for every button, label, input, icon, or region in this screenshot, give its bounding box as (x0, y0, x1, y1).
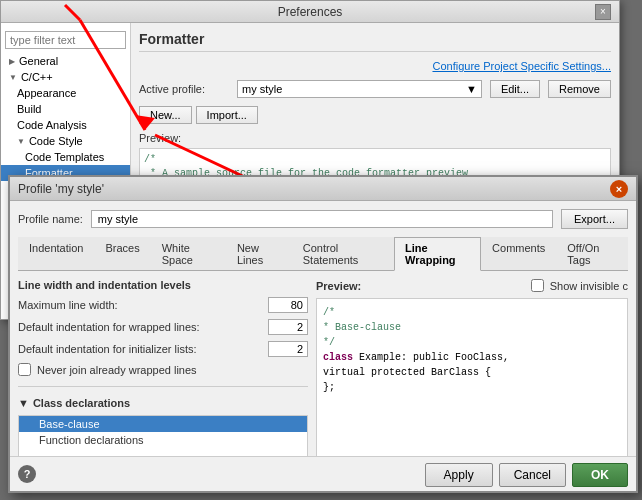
profile-name-label: Profile name: (18, 213, 83, 225)
max-line-width-input[interactable] (268, 297, 308, 313)
dialog-right-panel: Preview: Show invisible c /* * Base-clau… (316, 279, 628, 483)
tab-braces[interactable]: Braces (94, 237, 150, 270)
tab-off-on-tags[interactable]: Off/On Tags (556, 237, 628, 270)
sidebar-item-code-analysis[interactable]: Code Analysis (1, 117, 130, 133)
section-title: Formatter (139, 31, 611, 52)
new-profile-button[interactable]: New... (139, 106, 192, 124)
sidebar-item-code-style[interactable]: ▼ Code Style (1, 133, 130, 149)
preferences-title: Preferences (25, 5, 595, 19)
expand-arrow-icon: ▼ (9, 73, 17, 82)
tab-comments[interactable]: Comments (481, 237, 556, 270)
preferences-titlebar: Preferences × (1, 1, 619, 23)
sidebar-item-appearance[interactable]: Appearance (1, 85, 130, 101)
dialog-footer: ? Apply Cancel OK (10, 456, 636, 491)
default-indent-wrapped-row: Default indentation for wrapped lines: (18, 319, 308, 335)
configure-project-link[interactable]: Configure Project Specific Settings... (139, 60, 611, 72)
preview-line2: * Base-clause (323, 320, 621, 335)
collapse-arrow-icon: ▼ (18, 397, 29, 409)
dialog-titlebar: Profile 'my style' × (10, 177, 636, 201)
dialog-content: Line width and indentation levels Maximu… (18, 279, 628, 483)
default-indent-initializer-input[interactable] (268, 341, 308, 357)
dialog-title: Profile 'my style' (18, 182, 104, 196)
preview-area-label: Preview: (316, 280, 361, 292)
default-indent-initializer-row: Default indentation for initializer list… (18, 341, 308, 357)
expand-arrow-icon: ▶ (9, 57, 15, 66)
edit-profile-button[interactable]: Edit... (490, 80, 540, 98)
import-profile-button[interactable]: Import... (196, 106, 258, 124)
preview-label: Preview: (139, 132, 611, 144)
sidebar-item-cpp[interactable]: ▼ C/C++ (1, 69, 130, 85)
profile-buttons-row: New... Import... (139, 106, 611, 124)
sidebar-item-general[interactable]: ▶ General (1, 53, 130, 69)
max-line-width-label: Maximum line width: (18, 299, 264, 311)
preview-line4: class Example: public FooClass, (323, 350, 621, 365)
sidebar-item-build[interactable]: Build (1, 101, 130, 117)
apply-button[interactable]: Apply (425, 463, 493, 487)
expand-arrow-icon: ▼ (17, 137, 25, 146)
tab-control-statements[interactable]: Control Statements (292, 237, 394, 270)
default-indent-wrapped-input[interactable] (268, 319, 308, 335)
remove-profile-button[interactable]: Remove (548, 80, 611, 98)
max-line-width-row: Maximum line width: (18, 297, 308, 313)
profile-name-input[interactable] (91, 210, 553, 228)
show-invisible-checkbox[interactable] (531, 279, 544, 292)
cancel-button[interactable]: Cancel (499, 463, 566, 487)
preview-line5: virtual protected BarClass { (323, 365, 621, 380)
list-item-function-declarations[interactable]: Function declarations (19, 432, 307, 448)
profile-name-row: Profile name: Export... (18, 209, 628, 229)
profile-dialog: Profile 'my style' × Profile name: Expor… (8, 175, 638, 493)
preview-line1: /* (323, 305, 621, 320)
preferences-close-button[interactable]: × (595, 4, 611, 20)
ok-button[interactable]: OK (572, 463, 628, 487)
dropdown-arrow-icon: ▼ (466, 83, 477, 95)
never-join-checkbox[interactable] (18, 363, 31, 376)
active-profile-row: Active profile: my style ▼ Edit... Remov… (139, 80, 611, 98)
never-join-row: Never join already wrapped lines (18, 363, 308, 376)
preview-line3: */ (323, 335, 621, 350)
show-invisible-label: Show invisible c (550, 280, 628, 292)
sidebar-item-code-templates[interactable]: Code Templates (1, 149, 130, 165)
never-join-label: Never join already wrapped lines (37, 364, 197, 376)
default-indent-wrapped-label: Default indentation for wrapped lines: (18, 321, 264, 333)
preview-code-large: /* * Base-clause */ class Example: publi… (316, 298, 628, 461)
list-item-base-clause[interactable]: Base-clause (19, 416, 307, 432)
dialog-body: Profile name: Export... Indentation Brac… (10, 201, 636, 491)
tab-indentation[interactable]: Indentation (18, 237, 94, 270)
tab-white-space[interactable]: White Space (151, 237, 226, 270)
filter-search-input[interactable] (5, 31, 126, 49)
export-button[interactable]: Export... (561, 209, 628, 229)
line-width-section-header: Line width and indentation levels (18, 279, 308, 291)
show-invisible-row: Show invisible c (531, 279, 628, 292)
profile-select-dropdown[interactable]: my style ▼ (237, 80, 482, 98)
dialog-close-button[interactable]: × (610, 180, 628, 198)
tab-new-lines[interactable]: New Lines (226, 237, 292, 270)
tabs-bar: Indentation Braces White Space New Lines… (18, 237, 628, 271)
tab-line-wrapping[interactable]: Line Wrapping (394, 237, 481, 271)
class-declarations-header[interactable]: ▼ Class declarations (18, 397, 308, 409)
profile-select-value: my style (242, 83, 282, 95)
help-icon-button[interactable]: ? (18, 465, 36, 483)
preview-line6: }; (323, 380, 621, 395)
active-profile-label: Active profile: (139, 83, 229, 95)
default-indent-initializer-label: Default indentation for initializer list… (18, 343, 264, 355)
dialog-left-panel: Line width and indentation levels Maximu… (18, 279, 308, 483)
